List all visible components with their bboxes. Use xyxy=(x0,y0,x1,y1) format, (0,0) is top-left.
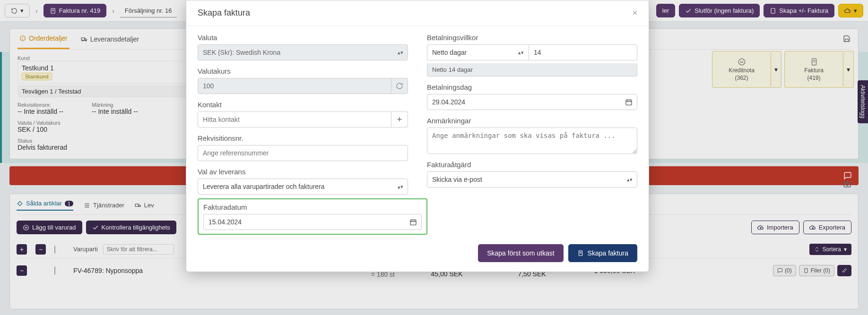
contact-label: Kontakt xyxy=(198,101,408,109)
invoice-action-label: Fakturaåtgärd xyxy=(427,161,637,169)
svg-rect-30 xyxy=(626,100,632,105)
create-as-draft-label: Skapa först som utkast xyxy=(487,249,554,257)
delivery-choice-select[interactable] xyxy=(198,179,408,195)
requisition-input[interactable] xyxy=(198,145,408,161)
create-invoice-label: Skapa faktura xyxy=(588,249,628,257)
svg-rect-34 xyxy=(410,220,416,225)
contact-input[interactable] xyxy=(198,111,391,128)
calendar-icon[interactable] xyxy=(409,218,417,226)
remarks-label: Anmärkningar xyxy=(427,117,637,125)
currency-label: Valuta xyxy=(198,34,408,42)
calendar-icon[interactable] xyxy=(625,98,633,106)
remarks-textarea[interactable] xyxy=(427,128,637,154)
currency-select[interactable] xyxy=(198,44,408,60)
exchange-rate-label: Valutakurs xyxy=(198,67,408,75)
refresh-rate-button[interactable] xyxy=(391,78,408,94)
exchange-rate-input[interactable] xyxy=(198,78,391,94)
invoice-date-group: Fakturadatum xyxy=(198,198,427,235)
payment-terms-description: Netto 14 dagar xyxy=(427,63,637,77)
delivery-choice-label: Val av leverans xyxy=(198,168,408,176)
close-icon[interactable]: × xyxy=(632,8,637,18)
invoice-action-select[interactable] xyxy=(427,171,637,187)
create-invoice-button[interactable]: Skapa faktura xyxy=(568,244,637,262)
payment-terms-type-select[interactable] xyxy=(427,44,529,60)
invoice-date-input[interactable] xyxy=(203,214,422,230)
payment-date-input[interactable] xyxy=(427,94,637,110)
add-contact-button[interactable]: + xyxy=(391,111,408,128)
create-as-draft-button[interactable]: Skapa först som utkast xyxy=(478,244,563,262)
requisition-label: Rekvisitionsnr. xyxy=(198,134,408,142)
payment-terms-label: Betalningsvillkor xyxy=(427,34,637,42)
payment-terms-days-input[interactable] xyxy=(529,44,637,60)
modal-title: Skapa faktura xyxy=(198,8,250,18)
create-invoice-modal: Skapa faktura × Valuta ▴▾ Valutakurs xyxy=(186,0,649,272)
payment-date-label: Betalningsdag xyxy=(427,83,637,91)
invoice-date-label: Fakturadatum xyxy=(203,203,422,211)
